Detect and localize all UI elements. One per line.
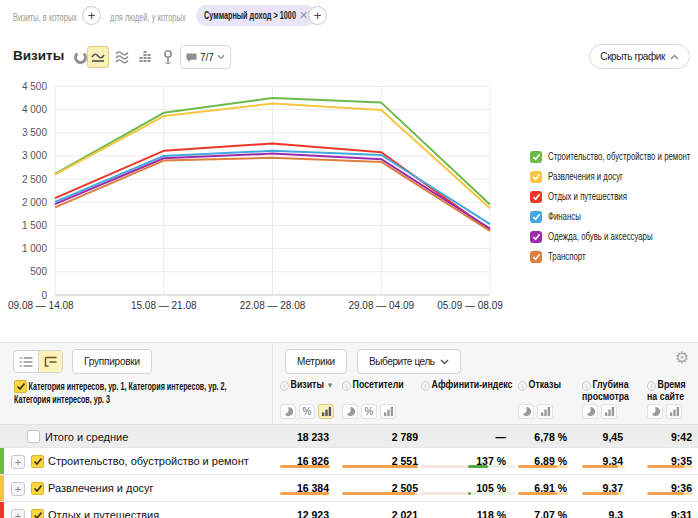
column-header-depth[interactable]: iГлубина просмотра (582, 379, 637, 403)
value-bar-fill (342, 465, 418, 468)
check-icon (33, 484, 43, 493)
value-bar (342, 465, 418, 468)
percent-toggle-icon: % (365, 406, 374, 417)
toggle-bars-button[interactable] (318, 404, 334, 419)
bars-toggle-icon (669, 406, 680, 417)
legend-item[interactable]: Одежда, обувь и аксессуары (530, 230, 698, 243)
expand-row-button[interactable]: + (11, 455, 25, 469)
legend-checkbox[interactable] (530, 211, 542, 223)
hide-chart-button[interactable]: Скрыть график (589, 44, 690, 69)
row-checkbox[interactable] (31, 482, 44, 495)
cell-affinity: — (418, 425, 515, 447)
toggle-pie-button[interactable] (582, 404, 598, 419)
value-bar (342, 492, 418, 495)
toggle-pie-button[interactable] (280, 404, 296, 419)
row-checkbox[interactable] (27, 430, 40, 443)
column-header-time[interactable]: iВремя на сайте (647, 379, 696, 403)
column-header-visitors[interactable]: iПосетители (342, 379, 404, 391)
cell-value: 12 923 (297, 509, 329, 518)
row-label: Развлечения и досуг (48, 482, 154, 494)
bars-toggle-icon (540, 406, 551, 417)
chart-legend: Строительство, обустройство и ремонтРазв… (530, 150, 698, 270)
value-bar (280, 465, 330, 468)
groupings-button[interactable]: Группировки (72, 349, 152, 374)
value-bar-fill (280, 492, 329, 495)
column-header-affinity[interactable]: iАффинити-индекс (421, 379, 512, 391)
toggle-percent-button[interactable]: % (361, 404, 377, 419)
bars-toggle-icon (383, 406, 394, 417)
affinity-bar-fill (468, 465, 488, 468)
chevron-down-icon (217, 54, 225, 60)
info-icon: i (647, 381, 656, 391)
plus-icon: + (314, 8, 322, 23)
metrics-button[interactable]: Метрики (285, 349, 347, 374)
people-filter-label: для людей, у которых (110, 12, 186, 23)
toggle-bars-button[interactable] (380, 404, 396, 419)
expand-row-button[interactable]: + (11, 509, 25, 518)
view-tree-button[interactable] (38, 351, 62, 372)
row-checkbox[interactable] (31, 455, 44, 468)
cell-value: 2 021 (392, 509, 418, 518)
toggle-bars-button[interactable] (601, 404, 617, 419)
hide-chart-label: Скрыть график (600, 51, 665, 62)
view-list-button[interactable] (14, 351, 38, 372)
legend-item[interactable]: Отдых и путешествия (530, 190, 698, 203)
chart-type-columns-button[interactable] (134, 46, 156, 68)
chart-type-map-button[interactable] (157, 46, 179, 68)
svg-text:1 500: 1 500 (22, 220, 47, 231)
remove-chip-icon[interactable]: ✕ (299, 10, 308, 21)
pie-toggle-icon (283, 406, 294, 417)
column-header-visits[interactable]: iВизиты ▼ (280, 379, 333, 392)
lines-count-dropdown[interactable]: 7/7 (180, 45, 231, 69)
cell-time: 9:35 (625, 448, 693, 474)
line-chart-icon (90, 49, 106, 65)
column-header-label: Отказы (529, 379, 561, 390)
cell-bounce: 6,78 % (517, 425, 568, 447)
legend-checkbox[interactable] (530, 251, 542, 263)
stacked-areas-icon (114, 49, 130, 65)
toggle-percent-button[interactable]: % (299, 404, 315, 419)
cell-visitors: 2 505 (332, 475, 418, 501)
toggle-pie-button[interactable] (518, 404, 534, 419)
legend-item[interactable]: Финансы (530, 210, 698, 223)
toggle-bars-button[interactable] (666, 404, 682, 419)
toggle-pie-button[interactable] (342, 404, 358, 419)
table-row: +Развлечения и досуг16 3842 505105 %6,91… (0, 474, 698, 501)
add-visit-condition-button[interactable]: + (82, 6, 101, 25)
cell-visitors: 2 789 (332, 425, 418, 447)
segment-chip[interactable]: Суммарный доход > 1000 ✕ (196, 5, 316, 26)
bars-toggle-icon (604, 406, 615, 417)
toggle-bars-button[interactable] (537, 404, 553, 419)
dimension-header: Категория интересов, ур. 1, Категория ин… (14, 380, 324, 406)
legend-checkbox[interactable] (530, 171, 542, 183)
goal-select[interactable]: Выберите цель (357, 349, 461, 374)
legend-label: Одежда, обувь и аксессуары (548, 231, 653, 242)
chart-type-stacked-button[interactable] (111, 46, 133, 68)
legend-item[interactable]: Транспорт (530, 250, 698, 263)
pie-toggle-icon (521, 406, 532, 417)
map-pin-icon (160, 49, 176, 65)
legend-checkbox[interactable] (530, 191, 542, 203)
legend-checkbox[interactable] (530, 231, 542, 243)
toggle-pie-button[interactable] (647, 404, 663, 419)
svg-text:2 000: 2 000 (22, 197, 47, 208)
legend-item[interactable]: Строительство, обустройство и ремонт (530, 150, 698, 163)
sort-desc-icon: ▼ (326, 381, 333, 390)
legend-checkbox[interactable] (530, 151, 542, 163)
row-checkbox[interactable] (31, 509, 44, 518)
column-header-bounce[interactable]: iОтказы (518, 379, 561, 391)
goal-select-label: Выберите цель (369, 356, 435, 367)
value-bar (280, 492, 330, 495)
cell-affinity: 118 % (418, 502, 515, 518)
chart-type-line-button[interactable] (87, 46, 109, 68)
row-color-stripe (0, 448, 4, 474)
pie-toggle-icon (650, 406, 661, 417)
add-people-condition-button[interactable]: + (308, 6, 327, 25)
expand-row-button[interactable]: + (11, 482, 25, 496)
table-settings-gear-icon[interactable]: ⚙ (675, 350, 689, 366)
cell-time: 9:36 (625, 475, 693, 501)
svg-text:09.08 — 14.08: 09.08 — 14.08 (8, 300, 74, 311)
check-icon (532, 233, 541, 241)
legend-item[interactable]: Развлечения и досуг (530, 170, 698, 183)
row-label: Строительство, обустройство и ремонт (48, 455, 249, 467)
